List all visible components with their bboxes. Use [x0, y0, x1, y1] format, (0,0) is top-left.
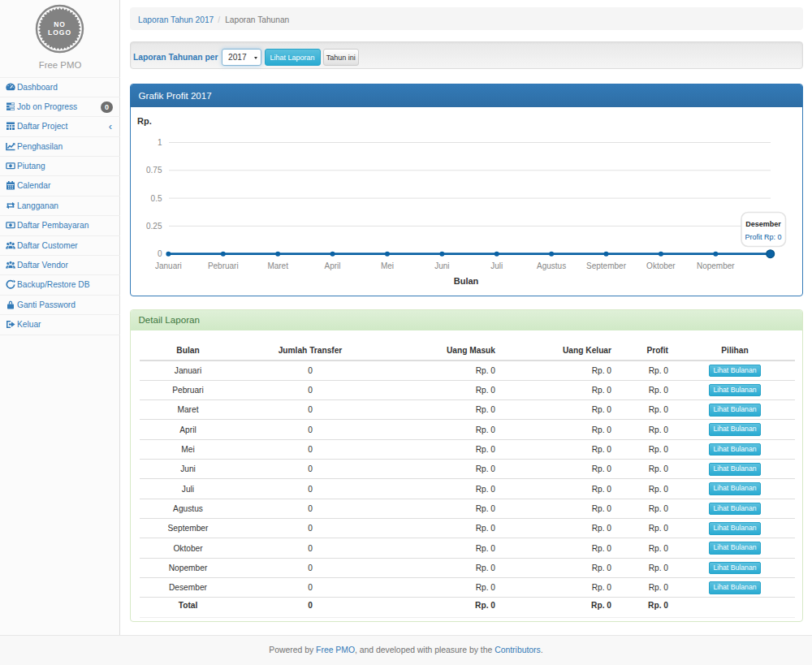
- svg-text:0.25: 0.25: [146, 222, 162, 231]
- svg-text:0.5: 0.5: [151, 194, 162, 203]
- svg-text:September: September: [586, 261, 627, 270]
- svg-text:Juli: Juli: [490, 261, 503, 270]
- svg-text:0.75: 0.75: [146, 166, 162, 175]
- svg-text:Maret: Maret: [267, 261, 288, 270]
- svg-text:Oktober: Oktober: [646, 261, 676, 270]
- svg-text:0: 0: [158, 249, 162, 258]
- svg-text:LOGO: LOGO: [48, 28, 71, 37]
- svg-text:Profit Rp: 0: Profit Rp: 0: [745, 233, 781, 241]
- svg-text:Juni: Juni: [434, 261, 449, 270]
- svg-text:Agustus: Agustus: [537, 261, 566, 270]
- svg-text:Nopember: Nopember: [697, 261, 735, 270]
- svg-text:NO: NO: [54, 20, 66, 28]
- svg-text:Rp.: Rp.: [137, 116, 152, 126]
- svg-text:Pebruari: Pebruari: [208, 261, 239, 270]
- svg-text:Bulan: Bulan: [454, 276, 479, 286]
- svg-text:1: 1: [158, 138, 162, 147]
- svg-text:Desember: Desember: [745, 220, 781, 228]
- svg-text:Mei: Mei: [381, 261, 394, 270]
- svg-text:Januari: Januari: [155, 261, 182, 270]
- svg-text:April: April: [325, 261, 341, 270]
